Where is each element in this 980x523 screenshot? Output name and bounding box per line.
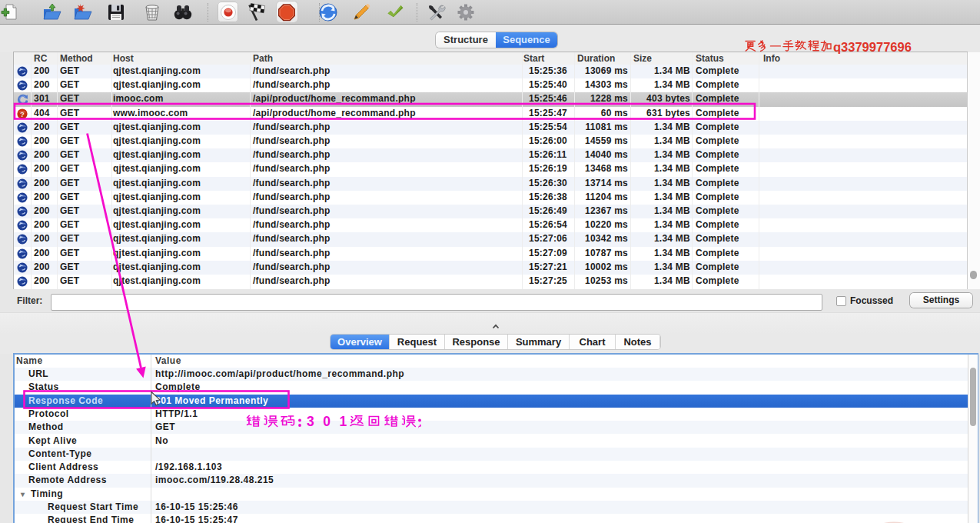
svg-text:?: ? — [20, 109, 25, 118]
